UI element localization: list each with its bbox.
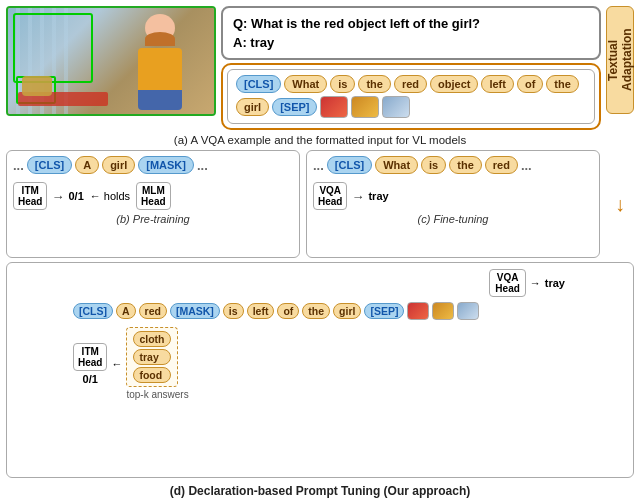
token-object: object — [430, 75, 478, 93]
token-row: [CLS] What is the red object left of the… — [227, 69, 595, 124]
token-d-sep: [SEP] — [364, 303, 404, 319]
arrow-vqa-d: → — [530, 277, 541, 289]
main-container: Q: What is the red object left of the gi… — [0, 0, 640, 504]
token-d-cls: [CLS] — [73, 303, 113, 319]
arrow-vqa-output: → — [351, 189, 364, 204]
img-token-d3 — [457, 302, 479, 320]
arrow-itm-output: → — [51, 189, 64, 204]
token-row-wrapper: [CLS] What is the red object left of the… — [221, 63, 601, 130]
token-cls: [CLS] — [236, 75, 281, 93]
vqa-image — [6, 6, 216, 116]
caption-d: (d) Declaration-based Prompt Tuning (Our… — [6, 484, 634, 498]
token-d-mask: [MASK] — [170, 303, 220, 319]
token-b-girl: girl — [102, 156, 135, 174]
token-d-of: of — [277, 303, 299, 319]
vqa-head-d: VQAHead — [489, 269, 525, 297]
token-c-the: the — [449, 156, 482, 174]
arrow-itm-d: ← — [111, 358, 122, 370]
token-c-what: What — [375, 156, 418, 174]
topk-tray: tray — [133, 349, 170, 365]
img-token-3 — [382, 96, 410, 118]
topk-label: top-k answers — [126, 389, 188, 400]
img-token-d2 — [432, 302, 454, 320]
caption-b: (b) Pre-training — [13, 213, 293, 225]
token-d-girl: girl — [333, 303, 361, 319]
token-left: left — [481, 75, 514, 93]
answer-text: A: tray — [233, 35, 589, 50]
tray-output-c: tray — [368, 190, 388, 202]
down-arrow: ↓ — [615, 193, 625, 216]
token-what: What — [284, 75, 327, 93]
panel-c: ... [CLS] What is the red ... VQAHead → … — [306, 150, 600, 258]
mlm-head-b: MLMHead — [136, 182, 170, 210]
topk-food: food — [133, 367, 170, 383]
token-b-a: A — [75, 156, 99, 174]
token-c-is: is — [421, 156, 446, 174]
img-token-2 — [351, 96, 379, 118]
caption-c: (c) Fine-tuning — [313, 213, 593, 225]
output-d: 0/1 — [83, 373, 98, 385]
img-token-1 — [320, 96, 348, 118]
caption-a: (a) A VQA example and the formatted inpu… — [6, 134, 634, 146]
panel-d: VQAHead → tray [CLS] A red [MASK] is lef… — [6, 262, 634, 478]
tokens-c: ... [CLS] What is the red ... — [313, 156, 593, 174]
middle-row: ... [CLS] A girl [MASK] ... ITMHead → 0/… — [6, 150, 634, 258]
token-the2: the — [546, 75, 579, 93]
token-sep: [SEP] — [272, 98, 317, 116]
token-girl: girl — [236, 98, 269, 116]
output-b: 0/1 — [68, 190, 83, 202]
token-d-the: the — [302, 303, 330, 319]
green-box-girl — [13, 13, 93, 83]
token-is: is — [330, 75, 355, 93]
question-box: Q: What is the red object left of the gi… — [221, 6, 601, 60]
token-d-left: left — [247, 303, 275, 319]
itm-head-b: ITMHead — [13, 182, 47, 210]
holds-arrow: ← holds — [90, 190, 130, 202]
question-text: Q: What is the red object left of the gi… — [233, 16, 589, 31]
itm-head-d: ITMHead — [73, 343, 107, 371]
tray-output-d: tray — [545, 277, 565, 289]
tokens-d: [CLS] A red [MASK] is left of the girl [… — [73, 302, 625, 320]
topk-cloth: cloth — [133, 331, 170, 347]
token-red: red — [394, 75, 427, 93]
token-of: of — [517, 75, 543, 93]
token-b-mask: [MASK] — [138, 156, 194, 174]
token-d-is: is — [223, 303, 244, 319]
textual-adaptation-label: Textual Adaptation — [606, 6, 634, 114]
tokens-b: ... [CLS] A girl [MASK] ... — [13, 156, 293, 174]
img-token-d1 — [407, 302, 429, 320]
topk-box: cloth tray food — [126, 327, 177, 387]
token-d-red: red — [139, 303, 167, 319]
token-b-cls: [CLS] — [27, 156, 72, 174]
token-the: the — [358, 75, 391, 93]
panel-b: ... [CLS] A girl [MASK] ... ITMHead → 0/… — [6, 150, 300, 258]
token-c-cls: [CLS] — [327, 156, 372, 174]
token-c-red: red — [485, 156, 518, 174]
vqa-head-c: VQAHead — [313, 182, 347, 210]
token-d-a: A — [116, 303, 136, 319]
